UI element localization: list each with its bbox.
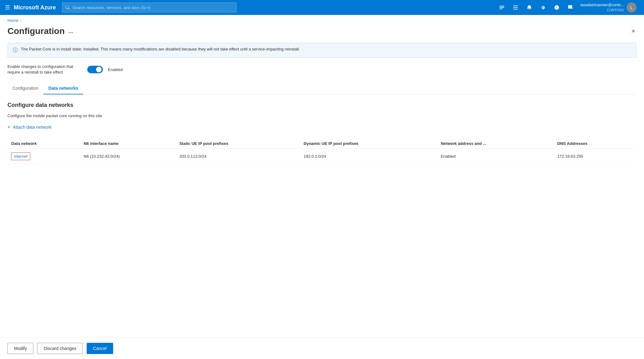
banner-text: The Packet Core is in install state: Ins… <box>21 47 300 51</box>
breadcrumb-home[interactable]: Home <box>7 18 18 23</box>
col-header-dynamic-ue-ip: Dynamic UE IP pool prefixes <box>300 139 437 149</box>
col-header-network-address: Network address and ... <box>437 139 554 149</box>
toggle-switch[interactable] <box>87 66 103 73</box>
tabs: Configuration Data networks <box>7 83 637 94</box>
help-icon[interactable] <box>550 1 563 14</box>
reinstall-toggle-row: Enable changes to configuration that req… <box>7 64 637 75</box>
user-menu[interactable]: lassebertrasmen@conto... CONTOSO L <box>578 2 639 12</box>
info-icon: ⓘ <box>13 47 18 54</box>
cell-n6-interface: N6 (10.232.43.0/24) <box>80 149 175 164</box>
data-networks-table: Data network N6 interface name Static UE… <box>7 139 637 164</box>
page-more-options[interactable]: ... <box>69 28 73 35</box>
user-info: lassebertrasmen@conto... CONTOSO <box>580 3 624 12</box>
col-header-static-ue-ip: Static UE IP pool prefixes <box>175 139 300 149</box>
cell-data-network[interactable]: internet <box>7 149 80 164</box>
cell-static-ue-ip: 203.0.113.0/24 <box>175 149 300 164</box>
tab-data-networks[interactable]: Data networks <box>43 83 83 94</box>
modify-button[interactable]: Modify <box>7 343 33 354</box>
search-icon <box>65 5 70 10</box>
breadcrumb-separator: › <box>20 19 22 22</box>
cancel-button[interactable]: Cancel <box>87 343 113 354</box>
search-placeholder-text: Search resources, services, and docs (G+… <box>72 5 150 10</box>
cloud-shell-icon[interactable] <box>496 1 508 14</box>
tab-configuration[interactable]: Configuration <box>7 83 43 94</box>
app-brand: Microsoft Azure <box>14 4 56 11</box>
cell-network-address: Enabled <box>437 149 554 164</box>
svg-rect-0 <box>513 6 518 6</box>
col-header-dns: DNS Addresses <box>554 139 637 149</box>
attach-data-network-link[interactable]: + Attach data network <box>7 124 637 130</box>
avatar: L <box>627 2 637 12</box>
table-row: internet N6 (10.232.43.0/24) 203.0.113.0… <box>7 149 637 164</box>
svg-rect-1 <box>513 7 518 8</box>
cell-dynamic-ue-ip: 192.0.2.0/24 <box>300 149 437 164</box>
discard-changes-button[interactable]: Discard changes <box>37 343 83 354</box>
col-header-data-network: Data network <box>7 139 80 149</box>
settings-icon[interactable] <box>537 1 549 14</box>
svg-rect-2 <box>513 9 518 10</box>
internet-network-link[interactable]: internet <box>11 152 30 160</box>
page-title: Configuration ... <box>7 26 73 36</box>
main-content: Configuration ... × ⓘ The Packet Core is… <box>0 26 644 337</box>
cell-dns-addresses: 172.16.63.255 <box>554 149 637 164</box>
close-button[interactable]: × <box>630 26 637 36</box>
nav-icons: lassebertrasmen@conto... CONTOSO L <box>496 1 639 14</box>
breadcrumb: Home › <box>0 15 644 26</box>
user-email: lassebertrasmen@conto... <box>580 3 624 8</box>
hamburger-menu[interactable]: ☰ <box>5 4 10 11</box>
top-nav: ☰ Microsoft Azure Search resources, serv… <box>0 0 644 15</box>
portal-settings-icon[interactable] <box>509 1 522 14</box>
section-description: Configure the mobile packet core running… <box>7 113 637 118</box>
plus-icon: + <box>7 124 10 130</box>
notifications-icon[interactable] <box>523 1 536 14</box>
toggle-label: Enable changes to configuration that req… <box>7 64 82 75</box>
global-search[interactable]: Search resources, services, and docs (G+… <box>62 2 237 12</box>
attach-link-label: Attach data network <box>13 125 51 130</box>
section-title: Configure data networks <box>7 102 637 108</box>
feedback-icon[interactable] <box>564 1 577 14</box>
user-org: CONTOSO <box>580 8 624 12</box>
info-banner: ⓘ The Packet Core is in install state: I… <box>7 43 637 58</box>
toggle-state: Enabled <box>108 67 123 72</box>
col-header-n6-interface: N6 interface name <box>80 139 175 149</box>
table-header-row: Data network N6 interface name Static UE… <box>7 139 637 149</box>
page-title-row: Configuration ... × <box>7 26 637 36</box>
footer: Modify Discard changes Cancel <box>0 337 644 359</box>
